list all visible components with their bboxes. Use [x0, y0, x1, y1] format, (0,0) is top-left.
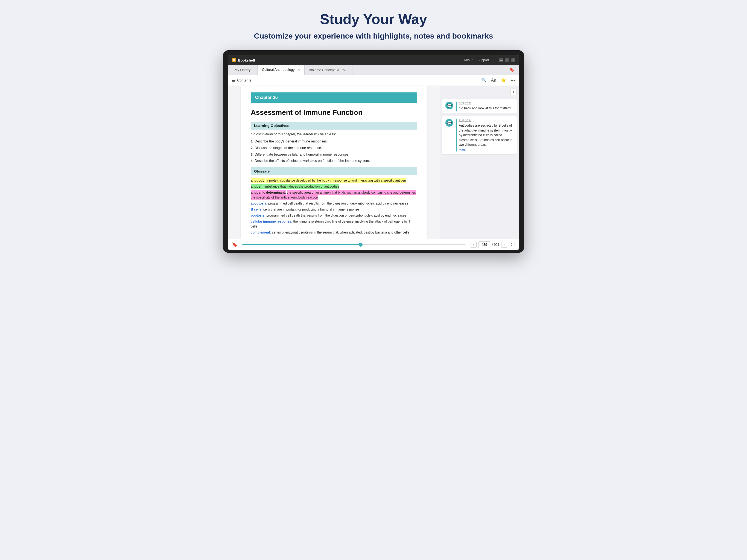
close-button[interactable]: ✕	[511, 58, 515, 62]
tab-biology[interactable]: Biology: Concepts & Inv...	[305, 65, 353, 75]
objective-1-num: 1	[251, 139, 253, 143]
book-page: Chapter 36 Assessment of Immune Function…	[241, 86, 427, 239]
search-icon[interactable]: 🔍	[481, 78, 487, 83]
glossary-antibody: antibody: a protein substance developed …	[251, 178, 417, 183]
objective-4-text: Describe the effects of selected variabl…	[255, 159, 370, 163]
page-separator: / 921	[492, 243, 499, 247]
chapter-header: Chapter 36	[251, 93, 417, 103]
term-bcells-def: cells that are important for producing a…	[263, 207, 359, 211]
term-antibody-def: a protein substance developed by the bod…	[266, 178, 406, 183]
support-link[interactable]: Support	[478, 58, 489, 62]
term-antigenic-determinant: antigenic determinant:	[251, 190, 286, 195]
glossary-antigenic-determinant: antigenic determinant: the specific area…	[251, 190, 417, 200]
glossary-bcells: B cells: cells that are important for pr…	[251, 207, 417, 212]
term-complement-def: series of enzymatic proteins in the seru…	[272, 230, 409, 234]
laptop-screen: B Bookshelf About Support — □ ✕ My Libra…	[228, 55, 519, 250]
glossary-poptosis: poptosis: programmed cell death that res…	[251, 213, 417, 218]
app-name: Bookshelf	[238, 58, 255, 62]
bookmark-tab-icon[interactable]: 🔖	[509, 67, 515, 73]
glossary-antigen: antigen: substance that induces the prod…	[251, 184, 417, 189]
objective-3-text: Differentiate between cellular and humor…	[255, 153, 349, 156]
note-text-2: Antibodies are secreted by B cells of th…	[459, 123, 514, 147]
chapter-title: Assessment of Immune Function	[251, 108, 417, 117]
toolbar: ☰ Contents 🔍 Aa ⭐ •••	[228, 75, 519, 86]
glossary-cellular-immune: cellular immune response: the immune sys…	[251, 219, 417, 229]
glossary-apoptosis: apoptosis: programmed cell death that re…	[251, 201, 417, 206]
term-apoptosis: apoptosis:	[251, 202, 267, 205]
objective-1: 1 Describe the body's general immune res…	[251, 139, 417, 144]
fullscreen-button[interactable]: ⛶	[511, 242, 515, 247]
bookshelf-logo-icon: B	[232, 58, 236, 62]
objective-2-text: Discuss the stages of the immune respons…	[255, 146, 322, 150]
prev-page-button[interactable]: ‹	[470, 242, 476, 248]
toolbar-right: 🔍 Aa ⭐ •••	[481, 78, 515, 83]
term-poptosis: poptosis:	[251, 213, 265, 218]
term-antigen: antigen:	[251, 184, 264, 189]
font-size-icon[interactable]: Aa	[491, 78, 496, 83]
page-nav: ‹ / 921 › ⛶	[470, 241, 515, 248]
collapse-panel-button[interactable]: ›	[510, 88, 517, 95]
term-poptosis-def: programmed cell death that results from …	[266, 213, 406, 218]
note-text-1: Go back and look at this for midterm!	[459, 106, 514, 111]
section-learning-objectives: Learning Objectives	[251, 122, 417, 130]
term-antibody: antibody:	[251, 178, 265, 183]
tab-close-cultural-icon[interactable]: ✕	[298, 68, 300, 72]
next-page-button[interactable]: ›	[501, 242, 507, 248]
note-more-link[interactable]: more	[459, 148, 514, 152]
note-icon-2[interactable]: 💬	[445, 119, 453, 127]
note-body-2: 5/27/2021 Antibodies are secreted by B c…	[456, 119, 514, 152]
note-date-2: 5/27/2021	[459, 119, 514, 122]
about-link[interactable]: About	[464, 58, 472, 62]
term-bcells: B cells:	[251, 207, 262, 211]
note-body-1: 5/27/2021 Go back and look at this for m…	[456, 102, 514, 111]
side-panel: › 💬 5/27/2021 Go back and look at this f…	[440, 86, 519, 239]
page-input[interactable]	[478, 241, 490, 248]
tab-my-library[interactable]: My Library	[230, 65, 258, 75]
window-buttons: — □ ✕	[499, 58, 515, 62]
tab-cultural-anthropology[interactable]: Cultural Anthropology ✕	[258, 65, 305, 75]
term-cellular-immune: cellular immune response:	[251, 220, 292, 223]
progress-track[interactable]	[242, 244, 466, 245]
note-card-1: 💬 5/27/2021 Go back and look at this for…	[442, 99, 517, 113]
objective-2: 2 Discuss the stages of the immune respo…	[251, 146, 417, 151]
tab-cultural-anthropology-label: Cultural Anthropology	[262, 68, 295, 72]
objective-4: 4 Describe the effects of selected varia…	[251, 158, 417, 163]
hamburger-icon: ☰	[232, 78, 235, 82]
main-title: Study Your Way	[254, 11, 493, 27]
note-card-2: 💬 5/27/2021 Antibodies are secreted by B…	[442, 116, 517, 154]
objective-1-text: Describe the body's general immune respo…	[255, 139, 328, 143]
minimize-button[interactable]: —	[499, 58, 503, 62]
tab-biology-label: Biology: Concepts & Inv...	[309, 68, 348, 72]
section-glossary: Glossary	[251, 167, 417, 175]
glossary-section: Glossary antibody: a protein substance d…	[251, 167, 417, 235]
star-icon[interactable]: ⭐	[500, 78, 506, 83]
term-complement: complement:	[251, 230, 271, 234]
laptop-wrapper: B Bookshelf About Support — □ ✕ My Libra…	[223, 50, 524, 253]
main-area: Chapter 36 Assessment of Immune Function…	[228, 86, 519, 239]
glossary-complement: complement: series of enzymatic proteins…	[251, 230, 417, 235]
tabs-bar-right: 🔖	[509, 65, 517, 75]
title-bar: B Bookshelf About Support — □ ✕	[228, 55, 519, 65]
page-content: Chapter 36 Assessment of Immune Function…	[228, 86, 440, 239]
objective-2-num: 2	[251, 146, 253, 150]
term-antigen-def: substance that induces the production of…	[264, 184, 339, 189]
maximize-button[interactable]: □	[505, 58, 509, 62]
app-logo: B Bookshelf	[232, 58, 464, 62]
bookmark-icon[interactable]: 🔖	[232, 242, 237, 247]
objectives-intro: On completion of this chapter, the learn…	[251, 132, 417, 136]
title-bar-controls: About Support — □ ✕	[464, 58, 515, 62]
contents-button[interactable]: ☰ Contents	[232, 78, 251, 82]
tabs-bar: My Library Cultural Anthropology ✕ Biolo…	[228, 65, 519, 75]
more-options-icon[interactable]: •••	[511, 78, 515, 83]
subtitle: Customize your experience with highlight…	[254, 32, 493, 41]
objective-3: 3 Differentiate between cellular and hum…	[251, 152, 417, 157]
page-header: Study Your Way Customize your experience…	[254, 11, 493, 41]
term-apoptosis-def: programmed cell death that results from …	[268, 202, 408, 205]
objective-4-num: 4	[251, 159, 253, 163]
note-date-1: 5/27/2021	[459, 102, 514, 105]
progress-thumb	[359, 243, 363, 247]
objective-3-num: 3	[251, 153, 253, 156]
note-icon-1[interactable]: 💬	[445, 102, 453, 109]
contents-label: Contents	[237, 78, 251, 82]
progress-fill	[242, 244, 361, 245]
